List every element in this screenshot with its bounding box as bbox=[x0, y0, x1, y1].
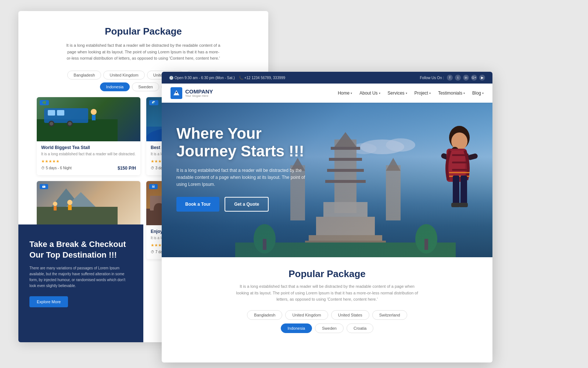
svg-rect-2 bbox=[48, 110, 55, 116]
front-filter-uk[interactable]: United Kingdom bbox=[285, 310, 328, 320]
main-nav: COMPANY Your Slogan Here Home ▾ About Us… bbox=[162, 84, 492, 103]
svg-rect-9 bbox=[92, 115, 96, 120]
services-caret: ▾ bbox=[406, 92, 407, 95]
topbar-hours: 🕐 Open 9:30 am - 6:30 pm (Mon - Sat.) 📞 … bbox=[169, 76, 285, 80]
front-filter-switzerland[interactable]: Switzerland bbox=[372, 310, 407, 320]
popular-section-title: Popular Package bbox=[173, 268, 481, 280]
googleplus-icon[interactable]: G+ bbox=[471, 75, 477, 81]
filter-tab-uk[interactable]: United Kingdom bbox=[103, 71, 144, 79]
home-caret: ▾ bbox=[351, 92, 352, 95]
svg-rect-14 bbox=[37, 207, 118, 225]
svg-point-7 bbox=[68, 122, 72, 125]
linkedin-icon[interactable]: in bbox=[463, 75, 469, 81]
logo-icon bbox=[171, 87, 182, 99]
nav-blog[interactable]: Blog ▾ bbox=[472, 91, 484, 96]
top-bar: 🕐 Open 9:30 am - 6:30 pm (Mon - Sat.) 📞 … bbox=[162, 72, 492, 84]
svg-rect-18 bbox=[54, 206, 57, 210]
hero-content: Where YourJourney Starts !!! It is a lon… bbox=[176, 125, 316, 212]
clock-icon: 🕐 bbox=[169, 76, 173, 80]
svg-rect-61 bbox=[452, 154, 467, 156]
back-card-title: Popular Package bbox=[33, 26, 254, 37]
book-tour-button[interactable]: Book a Tour bbox=[176, 197, 219, 212]
logo-text: COMPANY Your Slogan Here bbox=[185, 89, 213, 98]
nav-about[interactable]: About Us ▾ bbox=[359, 91, 380, 96]
world-scene-svg bbox=[37, 181, 118, 225]
logo-name: COMPANY bbox=[185, 89, 213, 94]
social-icons-group: f t in G+ ▶ bbox=[447, 75, 485, 81]
backpacker-svg bbox=[426, 117, 492, 257]
svg-point-17 bbox=[53, 202, 57, 206]
hero-title: Where YourJourney Starts !!! bbox=[176, 125, 316, 160]
get-quote-button[interactable]: Get a Quote bbox=[225, 197, 269, 212]
pkg-img-world: 🏔 bbox=[37, 181, 140, 225]
hero-desc: It is a long established fact that a rea… bbox=[176, 167, 316, 188]
back-blue-text: There are many variations of passages of… bbox=[29, 265, 132, 289]
topbar-social: Follow Us On : f t in G+ ▶ bbox=[420, 75, 485, 81]
back-blue-section: Take a Break & Checkout Our Top Destinat… bbox=[18, 224, 143, 342]
hero-section: Where YourJourney Starts !!! It is a lon… bbox=[162, 103, 492, 257]
svg-rect-3 bbox=[57, 110, 64, 116]
svg-rect-66 bbox=[451, 203, 460, 207]
phone-icon: 📞 bbox=[239, 76, 243, 80]
front-filter-sweden[interactable]: Sweden bbox=[315, 323, 344, 333]
svg-point-8 bbox=[91, 109, 97, 115]
filter-tab-sweden[interactable]: Sweden bbox=[132, 82, 159, 91]
nav-testimonials[interactable]: Testimonials ▾ bbox=[438, 91, 465, 96]
svg-point-28 bbox=[176, 92, 177, 93]
back-card-subtitle: It is a long established fact that a rea… bbox=[66, 42, 220, 62]
twitter-icon[interactable]: t bbox=[455, 75, 461, 81]
back-blue-title: Take a Break & Checkout Our Top Destinat… bbox=[29, 239, 132, 260]
nav-project[interactable]: Project ▾ bbox=[415, 91, 431, 96]
front-card: 🕐 Open 9:30 am - 6:30 pm (Mon - Sat.) 📞 … bbox=[162, 72, 492, 362]
svg-rect-62 bbox=[452, 162, 467, 163]
pkg-card-tea: 🌿 bbox=[37, 97, 140, 175]
popular-section-subtitle: It is a long established fact that a rea… bbox=[235, 283, 419, 303]
logo-svg bbox=[173, 89, 180, 97]
blog-caret: ▾ bbox=[482, 92, 484, 95]
front-filter-croatia[interactable]: Croatia bbox=[347, 323, 373, 333]
pkg-img-tea: 🌿 bbox=[37, 97, 140, 141]
svg-point-5 bbox=[50, 122, 53, 125]
pkg-name-tea: World Biggest Tea Stall bbox=[41, 145, 136, 150]
pkg-stars-tea: ★★★★★ bbox=[41, 159, 136, 164]
svg-point-19 bbox=[67, 200, 72, 205]
filter-tab-bangladesh[interactable]: Bangladesh bbox=[67, 71, 101, 79]
svg-rect-63 bbox=[452, 169, 467, 171]
hero-buttons: Book a Tour Get a Quote bbox=[176, 197, 316, 212]
svg-rect-67 bbox=[459, 203, 468, 207]
svg-rect-20 bbox=[68, 205, 72, 210]
pkg-meta-tea: 5 days - 6 Night $150 P/H bbox=[41, 166, 136, 171]
pkg-duration-tea: 5 days - 6 Night bbox=[41, 166, 72, 170]
nav-services[interactable]: Services ▾ bbox=[388, 91, 407, 96]
front-filter-tabs-row2: Indonesia Sweden Croatia bbox=[173, 323, 481, 333]
pkg-price-tea: $150 P/H bbox=[118, 166, 136, 171]
front-filter-bangladesh[interactable]: Bangladesh bbox=[247, 310, 282, 320]
facebook-icon[interactable]: f bbox=[447, 75, 453, 81]
about-caret: ▾ bbox=[379, 92, 380, 95]
logo-tagline: Your Slogan Here bbox=[185, 94, 213, 98]
testimonials-caret: ▾ bbox=[463, 92, 465, 95]
pkg-desc-tea: It is a long established fact that a rea… bbox=[41, 152, 136, 157]
nav-links: Home ▾ About Us ▾ Services ▾ Project ▾ T… bbox=[338, 91, 484, 96]
svg-rect-65 bbox=[460, 176, 467, 205]
project-caret: ▾ bbox=[429, 92, 431, 95]
filter-tab-indonesia[interactable]: Indonesia bbox=[100, 82, 130, 91]
front-filter-us[interactable]: United States bbox=[331, 310, 369, 320]
nav-home[interactable]: Home ▾ bbox=[338, 91, 352, 96]
logo: COMPANY Your Slogan Here bbox=[171, 87, 213, 99]
popular-package-section: Popular Package It is a long established… bbox=[162, 257, 492, 344]
tea-scene-svg bbox=[37, 97, 118, 141]
front-filter-indonesia[interactable]: Indonesia bbox=[281, 323, 312, 333]
youtube-icon[interactable]: ▶ bbox=[479, 75, 485, 81]
svg-rect-64 bbox=[453, 176, 459, 205]
explore-more-button[interactable]: Explore More bbox=[29, 296, 68, 307]
front-filter-tabs-row1: Bangladesh United Kingdom United States … bbox=[173, 310, 481, 320]
